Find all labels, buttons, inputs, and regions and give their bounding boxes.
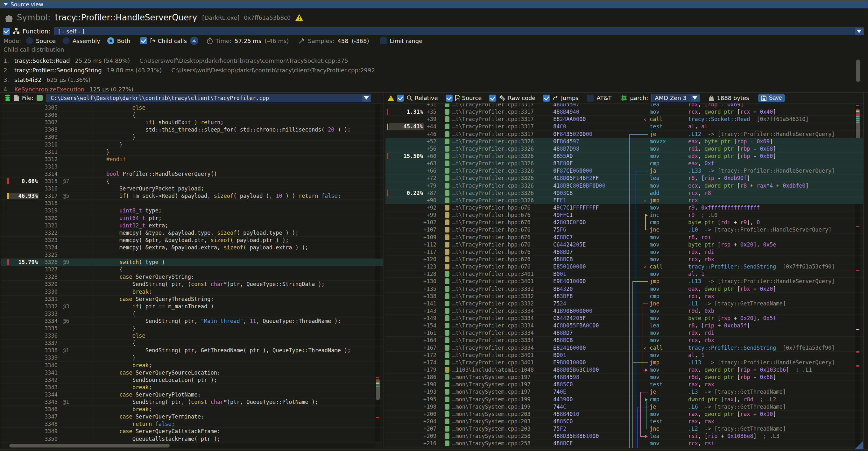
source-line-row[interactable]: 3321 uint32_t extra; (1, 222, 383, 229)
asm-row[interactable]: +66…t\TracyProfiler.cpp:33260F87CE060000… (385, 167, 863, 175)
source-line-row[interactable]: 3306 { (1, 112, 383, 119)
march-select[interactable]: AMD Zen 3 (651, 94, 700, 102)
asm-row[interactable]: 45.41%+44…t\TracyProfiler.cpp:331784C0te… (385, 123, 863, 130)
asm-row[interactable]: +107…t\TracyProfiler.hpp:67675F6jne.L0 -… (385, 226, 863, 234)
asm-source-location[interactable]: …t\TracyProfiler.cpp:3326 (452, 189, 534, 197)
asm-source-location[interactable]: …t\TracyProfiler.cpp:3401 (452, 278, 534, 285)
relative-checkbox[interactable]: Relative (397, 95, 438, 101)
child-call-entry[interactable]: 2.tracy::Profiler::SendLongString19.88 m… (3, 65, 375, 75)
asm-source-location[interactable]: …t\TracyProfiler.cpp:3332 (452, 300, 534, 307)
source-line-row[interactable]: 15.79%3326@9 switch( type ) (1, 259, 383, 266)
asm-source-location[interactable]: …t\TracyProfiler.cpp:3326 (452, 138, 534, 145)
asm-source-location[interactable]: …t\TracyProfiler.cpp:3334 (452, 329, 534, 336)
asm-source-location[interactable]: …t\TracyProfiler.hpp:676 (452, 204, 531, 211)
raw-code-checkbox[interactable]: Raw code (489, 95, 535, 101)
source-line-row[interactable]: 3346 break; (1, 406, 383, 413)
asm-row[interactable]: +161…t\TracyProfiler.cpp:3334488BD7movrd… (385, 329, 863, 337)
asm-row[interactable]: +179…1103\include\atomic:1048488B05B63C1… (385, 366, 863, 373)
source-line-row[interactable]: 3305 else (1, 104, 383, 112)
asm-row[interactable]: +149…t\TracyProfiler.cpp:3334C64424205Fm… (385, 315, 863, 322)
child-call-entry[interactable]: 4.KeSynchronizeExecution125 µs (0.27%) (3, 84, 133, 93)
file-select[interactable]: C:\Users\wolf\Desktop\darkrl\contrib\tra… (46, 94, 371, 102)
asm-row[interactable]: +167…t\TracyProfiler.cpp:3334E824160000c… (385, 344, 863, 352)
propagate-up-button[interactable] (190, 37, 198, 45)
chevron-down-icon[interactable] (691, 95, 699, 101)
asm-row[interactable]: +135…t\TracyProfiler.cpp:33328B4320movea… (385, 285, 863, 293)
asm-source-location[interactable]: …t\TracyProfiler.cpp:3326 (452, 160, 534, 167)
source-line-row[interactable]: 3309 } (1, 133, 383, 141)
asm-source-location[interactable]: …t\TracyProfiler.cpp:3334 (452, 322, 534, 329)
source-line-row[interactable]: 3344 case ServerQueryPlotName: (1, 391, 383, 398)
source-line-row[interactable]: 3310 } (1, 141, 383, 148)
source-line-row[interactable]: 3329 SendString( ptr, (const char*)ptr, … (1, 280, 383, 288)
asm-source-location[interactable]: …t\TracyProfiler.hpp:676 (452, 256, 531, 263)
asm-row[interactable]: +164…t\TracyProfiler.cpp:3334488BCBmovrc… (385, 337, 863, 344)
asm-row[interactable]: +123…t\TracyProfiler.hpp:676E850160000ca… (385, 263, 863, 270)
source-line-row[interactable]: 3339 } (1, 354, 383, 361)
asm-source-location[interactable]: …t\TracyProfiler.cpp:3317 (452, 130, 534, 138)
asm-row[interactable]: +143…t\TracyProfiler.cpp:333441B90B00000… (385, 307, 863, 315)
source-line-row[interactable]: 3311 } (1, 148, 383, 156)
asm-source-location[interactable]: …mon\TracySystem.cpp:258 (452, 440, 531, 447)
asm-row[interactable]: +193…mon\TracySystem.cpp:197740Eje.L3 ->… (385, 388, 863, 396)
asm-source-location[interactable]: …t\TracyProfiler.cpp:3334 (452, 344, 534, 351)
warning-icon[interactable] (295, 14, 303, 21)
asm-row[interactable]: +109…t\TracyProfiler.hpp:6764C8BC7movr8,… (385, 234, 863, 241)
asm-row[interactable]: +172…t\TracyProfiler.cpp:3401B001moval, … (385, 352, 863, 359)
asm-source-location[interactable]: …mon\TracySystem.cpp:203 (452, 418, 531, 425)
source-line-row[interactable]: 3343 break; (1, 384, 383, 391)
asm-row[interactable]: +207…mon\TracySystem.cpp:20375F2jne.L2 -… (385, 425, 863, 432)
asm-row[interactable]: +141…t\TracyProfiler.cpp:33327524jne.L1 … (385, 300, 863, 307)
source-hscrollbar[interactable] (8, 443, 375, 448)
source-line-row[interactable]: 3316 ServerQueryPacket payload; (1, 185, 383, 192)
limit-range-checkbox[interactable]: Limit range (380, 37, 423, 44)
source-line-row[interactable]: 3322 memcpy( &type, &payload.type, sizeo… (1, 229, 383, 237)
asm-source-location[interactable]: …t\TracyProfiler.cpp:3334 (452, 337, 534, 344)
source-line-row[interactable]: 3340 break; (1, 362, 383, 369)
asm-row[interactable]: +112…t\TracyProfiler.hpp:676C64424205Emo… (385, 241, 863, 248)
source-line-row[interactable]: 3349 case ServerQueryCallstackFrame: (1, 428, 383, 435)
asm-source-location[interactable]: …mon\TracySystem.cpp:197 (452, 373, 531, 381)
asm-row[interactable]: +209…mon\TracySystem.cpp:258488D35E88610… (385, 432, 863, 440)
asm-row[interactable]: +128…t\TracyProfiler.cpp:3401B001moval, … (385, 270, 863, 278)
asm-source-location[interactable]: …t\TracyProfiler.hpp:676 (452, 263, 531, 270)
source-line-row[interactable]: 3350 QueueCallstackFrame( ptr ); (1, 435, 383, 443)
source-line-row[interactable]: 3319 uint8_t type; (1, 207, 383, 214)
asm-source-location[interactable]: …t\TracyProfiler.cpp:3326 (452, 197, 534, 204)
asm-row[interactable]: +190…mon\TracySystem.cpp:1974885C0testra… (385, 381, 863, 388)
asm-row[interactable]: +63…t\TracyProfiler.cpp:332683F80Fcmpeax… (385, 160, 863, 167)
chevron-down-icon[interactable] (855, 28, 863, 35)
source-line-row[interactable]: 3345@1 SendString( ptr, (const char*)ptr… (1, 398, 383, 406)
source-line-row[interactable]: 3341 case ServerQuerySourceLocation: (1, 369, 383, 377)
asm-row[interactable]: +46…t\TracyProfiler.cpp:33170F8435020000… (385, 130, 863, 138)
source-line-row[interactable]: 3333 { (1, 310, 383, 318)
asm-source-location[interactable]: …t\TracyProfiler.cpp:3401 (452, 270, 534, 277)
asm-row[interactable]: +186…mon\TracySystem.cpp:197448B4598movr… (385, 373, 863, 381)
asm-source-location[interactable]: …t\TracyProfiler.cpp:3317 (452, 116, 534, 123)
source-line-row[interactable]: 3342 SendSourceLocation( ptr ); (1, 377, 383, 384)
collapse-icon[interactable] (3, 3, 8, 6)
source-line-row[interactable]: 3332@3 if( ptr == m_mainThread ) (1, 303, 383, 310)
asm-source-location[interactable]: …t\TracyProfiler.cpp:3332 (452, 293, 534, 300)
asm-source-location[interactable]: …1103\include\atomic:1048 (452, 366, 534, 373)
asm-row[interactable]: +198…mon\TracySystem.cpp:199744Cje.L6 ->… (385, 403, 863, 411)
asm-row[interactable]: +99…t\TracyProfiler.hpp:67649FFC1incr9 ;… (385, 211, 863, 219)
asm-row[interactable]: +92…t\TracyProfiler.hpp:67649C7C1FFFFFFF… (385, 204, 863, 211)
source-line-row[interactable]: 3334@6 SendString( ptr, "Main thread", 1… (1, 318, 383, 325)
source-line-row[interactable]: 3307 if( shouldExit ) return; (1, 119, 383, 126)
asm-source-location[interactable]: …t\TracyProfiler.cpp:3326 (452, 175, 534, 182)
asm-source-location[interactable]: …t\TracyProfiler.cpp:3317 (452, 123, 534, 130)
asm-row[interactable]: 0.22%+87…t\TracyProfiler.cpp:33264903C8a… (385, 189, 863, 197)
asm-source-location[interactable]: …t\TracyProfiler.cpp:3317 (452, 108, 534, 115)
asm-row[interactable]: +102…t\TracyProfiler.hpp:67642803C0F00cm… (385, 219, 863, 226)
asm-row[interactable]: +56…t\TracyProfiler.cpp:3326488B7D98movr… (385, 145, 863, 153)
asm-row[interactable]: 1.31%+35…t\TracyProfiler.cpp:3317488B494… (385, 108, 863, 116)
source-line-row[interactable]: 3337 { (1, 339, 383, 347)
asm-row[interactable]: +174…t\TracyProfiler.cpp:3401E9B8010000j… (385, 359, 863, 366)
asm-row[interactable]: +130…t\TracyProfiler.cpp:3401E9E4010000j… (385, 278, 863, 285)
asm-row[interactable]: +154…t\TracyProfiler.cpp:33344C8D055FBA0… (385, 322, 863, 329)
source-line-row[interactable]: 3327 { (1, 266, 383, 273)
source-checkbox[interactable]: Source (445, 95, 482, 101)
source-line-row[interactable]: 3314 bool Profiler::HandleServerQuery() (1, 171, 383, 178)
asm-source-location[interactable]: …t\TracyProfiler.hpp:676 (452, 211, 531, 218)
